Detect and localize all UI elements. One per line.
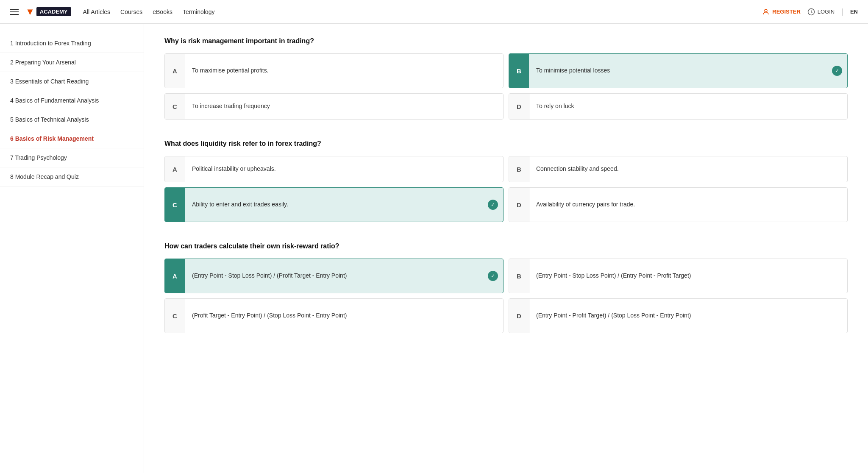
question-block-2: What does liquidity risk refer to in for… <box>164 140 848 222</box>
main-layout: 1 Introduction to Forex Trading 2 Prepar… <box>0 24 868 473</box>
answer-2-c[interactable]: C Ability to enter and exit trades easil… <box>164 187 504 222</box>
check-icon-2c: ✓ <box>488 200 498 210</box>
answer-label-2b: B <box>509 156 529 182</box>
answer-text-1c: To increase trading frequency <box>185 97 503 116</box>
answer-text-1a: To maximise potential profits. <box>185 61 503 80</box>
answer-2-a[interactable]: A Political instability or upheavals. <box>164 156 504 182</box>
answer-3-a[interactable]: A (Entry Point - Stop Loss Point) / (Pro… <box>164 259 504 293</box>
answer-1-b[interactable]: B To minimise potential losses ✓ <box>509 53 848 88</box>
answer-label-2a: A <box>165 156 185 182</box>
answer-label-1d: D <box>509 94 529 119</box>
svg-point-0 <box>765 9 767 12</box>
logo-v-icon: ▼ <box>25 6 35 17</box>
nav-all-articles[interactable]: All Articles <box>83 8 111 15</box>
login-icon <box>807 8 815 16</box>
language-selector[interactable]: EN <box>850 8 858 15</box>
header-right: REGISTER LOGIN | EN <box>762 7 858 16</box>
nav-ebooks[interactable]: eBooks <box>153 8 172 15</box>
sidebar-item-6[interactable]: 6 Basics of Risk Management <box>0 129 144 148</box>
divider: | <box>841 7 843 16</box>
answer-text-2a: Political instability or upheavals. <box>185 160 503 178</box>
answer-label-3b: B <box>509 259 529 293</box>
answer-text-1d: To rely on luck <box>529 97 847 116</box>
sidebar-item-4[interactable]: 4 Basics of Fundamental Analysis <box>0 91 144 110</box>
register-button[interactable]: REGISTER <box>762 8 800 16</box>
answer-2-d[interactable]: D Availability of currency pairs for tra… <box>509 187 848 222</box>
question-block-3: How can traders calculate their own risk… <box>164 242 848 333</box>
answer-3-b[interactable]: B (Entry Point - Stop Loss Point) / (Ent… <box>509 259 848 293</box>
answer-text-3d: (Entry Point - Profit Target) / (Stop Lo… <box>529 306 847 325</box>
answer-text-2c: Ability to enter and exit trades easily. <box>185 195 488 214</box>
answer-2-b[interactable]: B Connection stability and speed. <box>509 156 848 182</box>
answer-label-1b: B <box>509 54 529 88</box>
login-button[interactable]: LOGIN <box>807 8 835 16</box>
sidebar-item-1[interactable]: 1 Introduction to Forex Trading <box>0 34 144 53</box>
hamburger-menu[interactable] <box>10 9 19 15</box>
answer-3-d[interactable]: D (Entry Point - Profit Target) / (Stop … <box>509 298 848 333</box>
answer-grid-2: A Political instability or upheavals. B … <box>164 156 848 222</box>
answer-text-3c: (Profit Target - Entry Point) / (Stop Lo… <box>185 306 503 325</box>
sidebar-item-8[interactable]: 8 Module Recap and Quiz <box>0 167 144 186</box>
answer-label-1a: A <box>165 54 185 88</box>
logo-academy: ACADEMY <box>36 7 71 16</box>
main-nav: All Articles Courses eBooks Terminology <box>83 8 762 15</box>
answer-label-2c: C <box>165 188 185 222</box>
answer-1-a[interactable]: A To maximise potential profits. <box>164 53 504 88</box>
question-3-text: How can traders calculate their own risk… <box>164 242 848 250</box>
main-content: Why is risk management important in trad… <box>144 24 868 473</box>
answer-text-2b: Connection stability and speed. <box>529 160 847 178</box>
answer-text-2d: Availability of currency pairs for trade… <box>529 195 847 214</box>
sidebar-item-7[interactable]: 7 Trading Psychology <box>0 148 144 167</box>
question-1-text: Why is risk management important in trad… <box>164 37 848 45</box>
answer-label-3d: D <box>509 299 529 333</box>
answer-text-3a: (Entry Point - Stop Loss Point) / (Profi… <box>185 267 488 285</box>
header: ▼ ACADEMY All Articles Courses eBooks Te… <box>0 0 868 24</box>
sidebar-item-3[interactable]: 3 Essentials of Chart Reading <box>0 72 144 91</box>
nav-terminology[interactable]: Terminology <box>183 8 214 15</box>
answer-grid-3: A (Entry Point - Stop Loss Point) / (Pro… <box>164 259 848 333</box>
answer-3-c[interactable]: C (Profit Target - Entry Point) / (Stop … <box>164 298 504 333</box>
answer-label-3c: C <box>165 299 185 333</box>
answer-label-2d: D <box>509 188 529 222</box>
question-block-1: Why is risk management important in trad… <box>164 37 848 120</box>
answer-text-3b: (Entry Point - Stop Loss Point) / (Entry… <box>529 267 847 285</box>
check-icon-3a: ✓ <box>488 271 498 281</box>
sidebar-item-5[interactable]: 5 Basics of Technical Analysis <box>0 110 144 129</box>
sidebar-item-2[interactable]: 2 Preparing Your Arsenal <box>0 53 144 72</box>
check-icon-1b: ✓ <box>832 66 842 76</box>
answer-label-1c: C <box>165 94 185 119</box>
sidebar: 1 Introduction to Forex Trading 2 Prepar… <box>0 24 144 473</box>
register-icon <box>762 8 770 16</box>
nav-courses[interactable]: Courses <box>120 8 142 15</box>
answer-1-d[interactable]: D To rely on luck <box>509 93 848 120</box>
answer-1-c[interactable]: C To increase trading frequency <box>164 93 504 120</box>
question-2-text: What does liquidity risk refer to in for… <box>164 140 848 147</box>
answer-grid-1: A To maximise potential profits. B To mi… <box>164 53 848 120</box>
answer-label-3a: A <box>165 259 185 293</box>
answer-text-1b: To minimise potential losses <box>529 61 832 80</box>
